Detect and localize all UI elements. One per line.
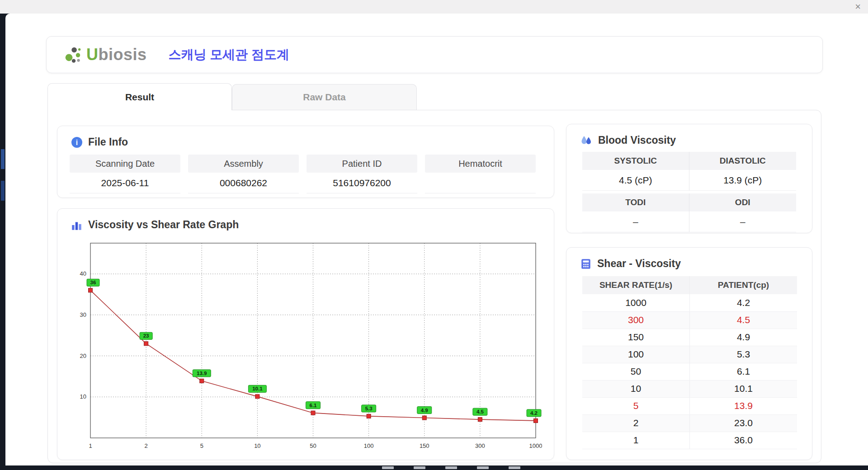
- systolic-label: SYSTOLIC: [582, 152, 689, 170]
- background-edge-decoration: [1, 149, 5, 169]
- window-title-strip: ×: [0, 0, 868, 14]
- file-info-title: File Info: [88, 136, 128, 148]
- field-value: 2025-06-11: [70, 173, 180, 193]
- svg-text:6.1: 6.1: [310, 403, 317, 408]
- shear-viscosity-table: SHEAR RATE(1/s) PATIENT(cp) 10004.23004.…: [582, 276, 797, 449]
- field-label: Patient ID: [307, 155, 417, 173]
- calculator-icon: [580, 258, 592, 270]
- svg-text:4.9: 4.9: [421, 408, 428, 413]
- shear-table-row: 1504.9: [582, 329, 797, 346]
- shear-rate-cell: 5: [582, 397, 690, 414]
- diastolic-label: DIASTOLIC: [689, 152, 797, 170]
- field-label: Assembly: [188, 155, 299, 173]
- svg-text:300: 300: [475, 442, 485, 449]
- shear-table-row: 10004.2: [582, 294, 797, 311]
- svg-text:1: 1: [89, 442, 92, 449]
- field-assembly: Assembly 000680262: [188, 155, 299, 193]
- todi-value: –: [582, 212, 689, 232]
- field-label: Scanning Date: [70, 155, 180, 173]
- svg-text:36: 36: [90, 280, 96, 285]
- background-edge-decoration: [1, 181, 5, 201]
- shear-rate-cell: 2: [582, 414, 690, 432]
- blood-viscosity-card: Blood Viscosity SYSTOLIC DIASTOLIC 4.5 (…: [566, 124, 812, 233]
- todi-label: TODI: [582, 193, 689, 212]
- patient-viscosity-cell: 13.9: [690, 397, 797, 414]
- app-window: Ubiosis 스캐닝 모세관 점도계 Result Raw Data i Fi…: [5, 14, 868, 465]
- shear-table-row: 223.0: [582, 414, 797, 432]
- svg-text:1000: 1000: [529, 442, 542, 449]
- viscosity-graph-card: Viscosity vs Shear Rate Graph 1020304012…: [57, 208, 554, 460]
- odi-value: –: [689, 212, 797, 232]
- svg-text:30: 30: [80, 311, 86, 318]
- shear-rate-cell: 50: [582, 363, 690, 380]
- taskbar-item: [445, 466, 457, 469]
- svg-text:23: 23: [143, 333, 149, 338]
- svg-text:20: 20: [80, 352, 86, 359]
- patient-viscosity-cell: 4.2: [690, 294, 797, 311]
- field-patient-id: Patient ID 51610976200: [307, 155, 417, 193]
- app-header: Ubiosis 스캐닝 모세관 점도계: [46, 36, 823, 73]
- field-hematocrit: Hematocrit: [425, 155, 536, 193]
- systolic-value: 4.5 (cP): [582, 170, 689, 191]
- taskbar-item: [477, 466, 489, 469]
- field-value: 000680262: [188, 173, 299, 193]
- patient-viscosity-cell: 5.3: [690, 346, 797, 363]
- svg-text:5: 5: [200, 442, 203, 449]
- shear-table-row: 1010.1: [582, 380, 797, 397]
- svg-text:i: i: [76, 139, 78, 146]
- svg-text:2: 2: [145, 442, 148, 449]
- odi-label: ODI: [689, 193, 797, 212]
- bar-chart-icon: [71, 219, 83, 231]
- svg-text:150: 150: [420, 442, 429, 449]
- field-scanning-date: Scanning Date 2025-06-11: [70, 155, 180, 193]
- result-panel: i File Info Scanning Date 2025-06-11 Ass…: [47, 110, 821, 463]
- logo-wordmark: Ubiosis: [86, 45, 147, 64]
- svg-text:5.3: 5.3: [365, 406, 373, 411]
- svg-text:10: 10: [254, 442, 260, 449]
- diastolic-value: 13.9 (cP): [689, 170, 797, 191]
- viscosity-shear-chart: 1020304012510501001503001000362313.910.1…: [70, 237, 542, 453]
- file-info-card: i File Info Scanning Date 2025-06-11 Ass…: [57, 126, 554, 198]
- close-icon[interactable]: ×: [855, 1, 861, 13]
- field-value: [425, 173, 536, 193]
- svg-text:4.2: 4.2: [530, 410, 538, 416]
- patient-viscosity-cell: 4.9: [690, 329, 797, 346]
- page-title: 스캐닝 모세관 점도계: [169, 46, 290, 63]
- svg-text:100: 100: [364, 442, 374, 449]
- shear-rate-cell: 1000: [582, 294, 690, 311]
- svg-text:4.5: 4.5: [476, 409, 484, 414]
- droplets-icon: [580, 135, 593, 146]
- taskbar-item: [382, 466, 394, 469]
- shear-rate-cell: 300: [582, 311, 690, 329]
- shear-rate-cell: 1: [582, 432, 690, 449]
- taskbar-item: [414, 466, 425, 469]
- shear-viscosity-card: Shear - Viscosity SHEAR RATE(1/s) PATIEN…: [566, 247, 812, 460]
- shear-rate-cell: 10: [582, 380, 690, 397]
- blood-viscosity-grid: SYSTOLIC DIASTOLIC 4.5 (cP) 13.9 (cP) TO…: [566, 146, 812, 232]
- field-label: Hematocrit: [425, 155, 536, 173]
- tab-raw-data[interactable]: Raw Data: [232, 84, 417, 110]
- graph-title: Viscosity vs Shear Rate Graph: [88, 219, 239, 231]
- svg-text:10: 10: [80, 393, 86, 400]
- shear-table-row: 513.9: [582, 397, 797, 414]
- patient-viscosity-cell: 4.5: [690, 311, 797, 329]
- taskbar-item: [509, 466, 520, 469]
- shear-rate-cell: 150: [582, 329, 690, 346]
- svg-text:40: 40: [80, 270, 86, 277]
- ubiosis-logo: Ubiosis: [64, 45, 147, 64]
- blood-viscosity-title: Blood Viscosity: [598, 134, 676, 146]
- patient-column-header: PATIENT(cp): [690, 276, 797, 294]
- patient-viscosity-cell: 23.0: [690, 414, 797, 432]
- shear-table-row: 506.1: [582, 363, 797, 380]
- shear-viscosity-title: Shear - Viscosity: [597, 258, 681, 270]
- shear-table-row: 3004.5: [582, 311, 797, 329]
- patient-viscosity-cell: 36.0: [690, 432, 797, 449]
- info-icon: i: [71, 136, 83, 148]
- field-value: 51610976200: [307, 173, 417, 193]
- shear-table-row: 136.0: [582, 432, 797, 449]
- svg-text:13.9: 13.9: [197, 371, 207, 376]
- patient-viscosity-cell: 10.1: [690, 380, 797, 397]
- shear-rate-column-header: SHEAR RATE(1/s): [582, 276, 690, 294]
- shear-table-row: 1005.3: [582, 346, 797, 363]
- tab-result[interactable]: Result: [47, 83, 232, 110]
